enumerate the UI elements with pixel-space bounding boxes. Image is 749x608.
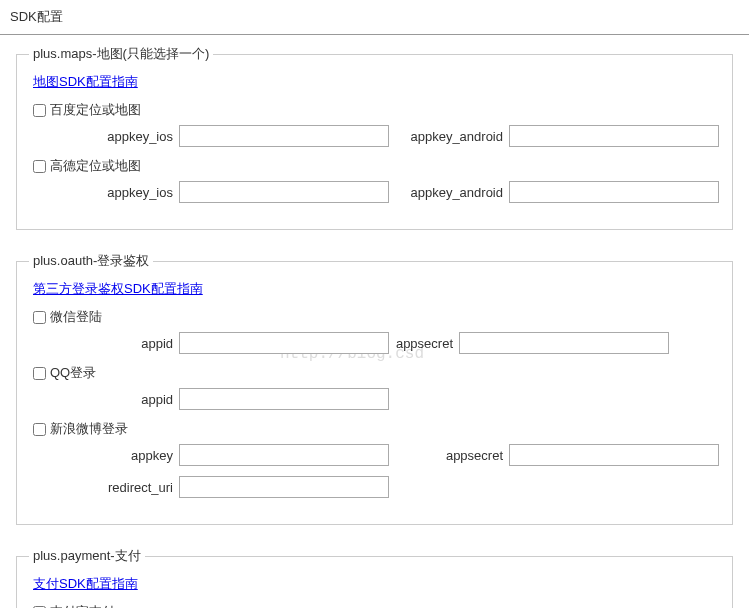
qq-login-checkbox-label: QQ登录: [50, 364, 96, 382]
amap-ios-input[interactable]: [179, 181, 389, 203]
qq-appid-input[interactable]: [179, 388, 389, 410]
page-title: SDK配置: [0, 0, 749, 35]
weixin-appsecret-input[interactable]: [459, 332, 669, 354]
baidu-checkbox[interactable]: [33, 104, 46, 117]
weibo-redirect-label: redirect_uri: [29, 480, 179, 495]
maps-guide-link[interactable]: 地图SDK配置指南: [33, 73, 138, 91]
weibo-login-checkbox[interactable]: [33, 423, 46, 436]
section-maps: plus.maps-地图(只能选择一个) 地图SDK配置指南 百度定位或地图 a…: [16, 45, 733, 230]
baidu-android-input[interactable]: [509, 125, 719, 147]
amap-android-label: appkey_android: [389, 185, 509, 200]
weibo-redirect-input[interactable]: [179, 476, 389, 498]
amap-checkbox[interactable]: [33, 160, 46, 173]
payment-guide-link[interactable]: 支付SDK配置指南: [33, 575, 138, 593]
baidu-ios-input[interactable]: [179, 125, 389, 147]
section-oauth: plus.oauth-登录鉴权 第三方登录鉴权SDK配置指南 微信登陆 appi…: [16, 252, 733, 525]
oauth-guide-link[interactable]: 第三方登录鉴权SDK配置指南: [33, 280, 203, 298]
section-oauth-legend: plus.oauth-登录鉴权: [29, 252, 153, 270]
weixin-appsecret-label: appsecret: [389, 336, 459, 351]
section-payment: plus.payment-支付 支付SDK配置指南 支付宝支付 微信支付: [16, 547, 733, 608]
weixin-appid-label: appid: [29, 336, 179, 351]
baidu-checkbox-label: 百度定位或地图: [50, 101, 141, 119]
weibo-appsecret-input[interactable]: [509, 444, 719, 466]
baidu-ios-label: appkey_ios: [29, 129, 179, 144]
alipay-checkbox-label: 支付宝支付: [50, 603, 115, 608]
amap-android-input[interactable]: [509, 181, 719, 203]
section-maps-legend: plus.maps-地图(只能选择一个): [29, 45, 213, 63]
weibo-appkey-input[interactable]: [179, 444, 389, 466]
weixin-login-checkbox-label: 微信登陆: [50, 308, 102, 326]
weixin-appid-input[interactable]: [179, 332, 389, 354]
qq-login-checkbox[interactable]: [33, 367, 46, 380]
amap-checkbox-label: 高德定位或地图: [50, 157, 141, 175]
amap-ios-label: appkey_ios: [29, 185, 179, 200]
weibo-login-checkbox-label: 新浪微博登录: [50, 420, 128, 438]
section-payment-legend: plus.payment-支付: [29, 547, 145, 565]
weibo-appsecret-label: appsecret: [389, 448, 509, 463]
weixin-login-checkbox[interactable]: [33, 311, 46, 324]
weibo-appkey-label: appkey: [29, 448, 179, 463]
baidu-android-label: appkey_android: [389, 129, 509, 144]
qq-appid-label: appid: [29, 392, 179, 407]
